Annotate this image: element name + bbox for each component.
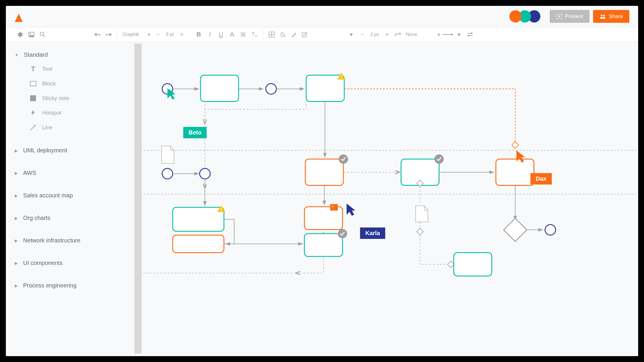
font-size-decrease[interactable]: − (153, 29, 164, 40)
sticky-icon (29, 94, 37, 102)
collaborator-cursor-karla: Karla (360, 227, 385, 239)
gateway-small[interactable] (448, 261, 454, 268)
text-color-button[interactable]: A (227, 29, 238, 40)
category-aws[interactable]: ▶AWS (15, 166, 126, 180)
block-icon (29, 80, 37, 87)
check-edit-button[interactable] (299, 29, 311, 40)
category-network[interactable]: ▶Network infrastructure (15, 234, 126, 247)
redo-button[interactable] (103, 29, 114, 40)
category-ui[interactable]: ▶UI components (15, 256, 126, 270)
gateway-small[interactable] (512, 142, 519, 149)
underline-button[interactable]: U (215, 29, 227, 40)
collaborator-avatars (512, 10, 540, 23)
logo-icon[interactable] (15, 11, 23, 22)
collaborator-cursor-beto: Beto (183, 127, 207, 138)
process-node[interactable] (305, 159, 343, 185)
sidebar-item-sticky[interactable]: Sticky note (29, 91, 126, 106)
chevron-down-icon[interactable]: ▾ (453, 29, 465, 40)
present-label: Present (565, 13, 583, 20)
endpoint-value: None (406, 32, 417, 37)
redo-icon (105, 32, 112, 37)
category-label: UML deployment (23, 147, 67, 154)
share-label: Share (609, 13, 623, 20)
chevron-down-icon[interactable]: ▾ (346, 29, 357, 40)
line-width-increase[interactable]: + (381, 29, 393, 40)
present-button[interactable]: Present (550, 10, 590, 23)
font-selector[interactable]: Graphik▾ (120, 32, 153, 37)
comment-icon[interactable] (330, 204, 338, 211)
process-node[interactable] (173, 235, 224, 253)
font-name: Graphik (123, 32, 139, 37)
gateway-node[interactable] (503, 218, 527, 241)
font-size-increase[interactable]: + (176, 29, 187, 40)
cursor-icon (166, 87, 177, 101)
category-process[interactable]: ▶Process engineering (15, 279, 126, 292)
swap-icon (467, 32, 473, 37)
text-icon: T (29, 65, 37, 73)
chevron-right-icon: ▶ (15, 171, 18, 175)
svg-line-6 (43, 35, 45, 37)
category-org[interactable]: ▶Org charts (15, 211, 126, 225)
text-dir-icon: T (252, 32, 257, 37)
category-standard[interactable]: ▼ Standard (15, 48, 126, 62)
toolbar: Graphik▾ − 8 pt + B I U A T ▾ − 2 px + N… (6, 27, 638, 42)
process-node[interactable] (173, 207, 224, 231)
search-button[interactable] (37, 29, 48, 40)
share-button[interactable]: Share (593, 10, 629, 23)
end-node[interactable] (545, 225, 556, 235)
event-node[interactable] (200, 168, 210, 179)
swap-button[interactable] (465, 29, 476, 40)
svg-rect-15 (302, 33, 306, 37)
document-icon[interactable] (162, 146, 174, 163)
layout-button[interactable] (266, 29, 277, 40)
connector-button[interactable] (393, 29, 404, 40)
process-node[interactable] (201, 75, 239, 101)
settings-button[interactable] (15, 29, 26, 40)
sidebar-item-block[interactable]: Block (29, 76, 126, 91)
line-width-decrease[interactable]: − (357, 29, 368, 40)
pen-button[interactable] (288, 29, 299, 40)
check-badge (339, 154, 348, 164)
fill-icon (280, 32, 286, 37)
category-label: Network infrastructure (23, 237, 80, 244)
document-icon[interactable] (416, 206, 428, 222)
category-uml[interactable]: ▶UML deployment (15, 144, 126, 157)
font-size: 8 pt (164, 32, 176, 37)
fill-button[interactable] (277, 29, 288, 40)
grid-icon (269, 32, 275, 37)
start-node[interactable] (162, 168, 173, 179)
check-edit-icon (302, 32, 308, 37)
chevron-right-icon: ▶ (15, 216, 18, 220)
chevron-right-icon: ▶ (15, 238, 18, 243)
text-direction-button[interactable]: T (249, 29, 260, 40)
line-width: 2 px (368, 32, 381, 37)
category-sales[interactable]: ▶Sales account map (15, 189, 126, 202)
endpoint-selector[interactable]: None▾ (404, 32, 442, 37)
bold-button[interactable]: B (193, 29, 204, 40)
svg-point-1 (601, 15, 602, 16)
line-style-button[interactable] (442, 29, 453, 40)
content-area: ▼ Standard T Text Block Sticky note (6, 42, 638, 356)
avatar[interactable] (509, 10, 522, 23)
undo-button[interactable] (92, 29, 103, 40)
image-icon (28, 32, 34, 37)
image-button[interactable] (26, 29, 37, 40)
diagram-svg[interactable]: ! (135, 42, 638, 355)
sidebar-item-hotspot[interactable]: Hotspot (29, 106, 126, 120)
cursor-icon (345, 202, 357, 217)
sidebar-item-line[interactable]: Line (29, 120, 126, 135)
chevron-down-icon: ▾ (148, 32, 150, 37)
category-label: Sales account map (23, 192, 73, 199)
item-label: Hotspot (42, 110, 61, 116)
gear-icon (17, 31, 23, 38)
canvas[interactable]: ! (135, 42, 638, 356)
align-button[interactable] (238, 29, 249, 40)
italic-button[interactable]: I (204, 29, 215, 40)
event-node[interactable] (266, 84, 276, 94)
item-label: Block (42, 80, 56, 87)
svg-rect-18 (30, 95, 36, 101)
sidebar-item-text[interactable]: T Text (29, 62, 126, 76)
gateway-small[interactable] (417, 228, 424, 235)
process-node[interactable] (304, 234, 342, 256)
process-node[interactable] (454, 253, 492, 276)
